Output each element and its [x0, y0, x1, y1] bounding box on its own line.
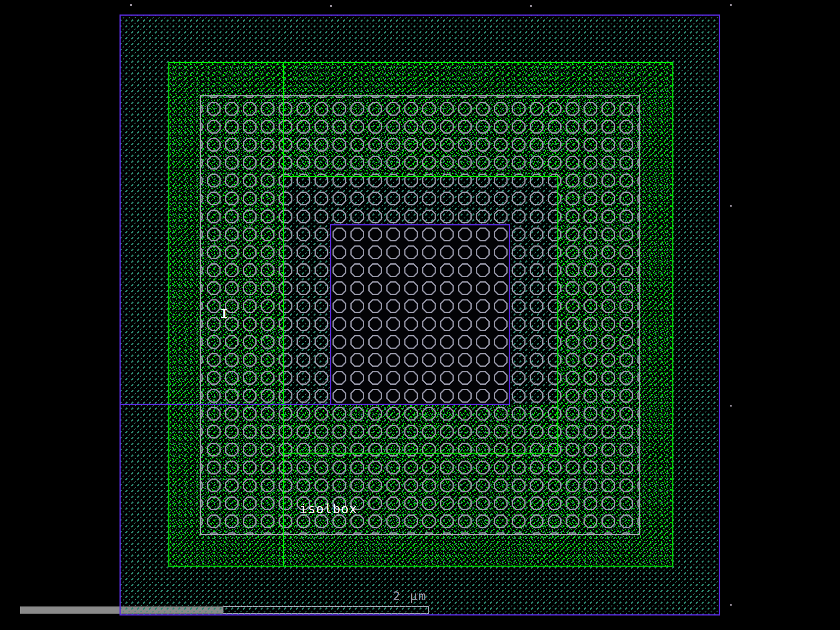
grid-dot	[730, 604, 732, 606]
center-cavity-region	[331, 225, 509, 404]
grid-dot	[330, 5, 332, 7]
grid-dot	[730, 205, 732, 207]
layout-editor-canvas[interactable]: I isolbox 2 µm	[0, 0, 840, 630]
cell-name-label: isolbox	[299, 501, 357, 516]
grid-dot	[730, 405, 732, 407]
layout-drawing: I isolbox 2 µm	[0, 0, 840, 630]
grid-dot	[730, 4, 732, 6]
scale-bar-label: 2 µm	[393, 589, 427, 603]
grid-dot	[130, 4, 132, 6]
text-cursor-ibeam[interactable]: I	[220, 306, 228, 322]
grid-dot	[530, 5, 532, 7]
